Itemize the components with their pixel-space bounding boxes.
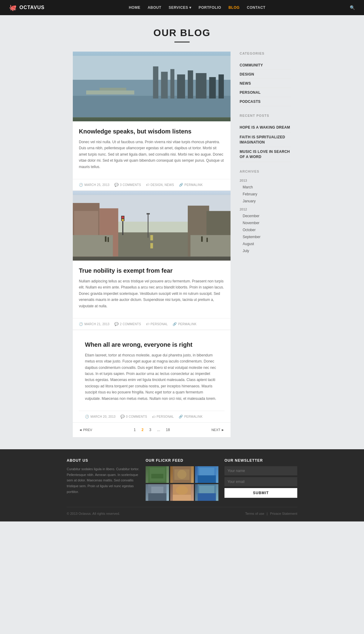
- search-icon[interactable]: 🔍: [350, 5, 355, 10]
- svg-rect-52: [197, 493, 216, 501]
- svg-rect-8: [188, 70, 193, 99]
- post-image-1: [73, 52, 231, 121]
- post-title-1[interactable]: Knowledge speaks, but wisdom listens: [79, 127, 224, 135]
- archive-august[interactable]: August: [240, 240, 291, 247]
- main-container: Knowledge speaks, but wisdom listens Don…: [67, 52, 297, 449]
- next-button[interactable]: NEXT ►: [211, 428, 224, 432]
- post-content-3: When all are wrong, everyone is right Et…: [79, 336, 224, 411]
- post-meta-1: 🕐 MARCH 25, 2013 💬 3 COMMENTS 🏷 DESIGN, …: [73, 179, 231, 191]
- newsletter-submit-button[interactable]: SUBMIT: [224, 488, 297, 498]
- recent-post-1[interactable]: Hope is a waking dream: [240, 123, 291, 133]
- nav-about[interactable]: ABOUT: [148, 5, 161, 10]
- svg-point-50: [176, 486, 188, 495]
- post-tags-1[interactable]: 🏷 DESIGN, NEWS: [146, 183, 174, 187]
- flickr-grid: [146, 466, 218, 501]
- svg-rect-11: [218, 74, 224, 98]
- nav-home[interactable]: HOME: [129, 5, 140, 10]
- terms-link[interactable]: Terms of use: [245, 512, 264, 515]
- archive-november[interactable]: November: [240, 219, 291, 226]
- category-community[interactable]: COMMUNITY: [240, 61, 291, 70]
- page-title: OUR BLOG: [6, 27, 358, 39]
- privacy-link[interactable]: Privace Statement: [270, 512, 297, 515]
- page-ellipsis: ...: [155, 427, 163, 433]
- svg-point-41: [177, 470, 187, 479]
- footer-about-heading: ABOUT US: [67, 458, 140, 463]
- nav-contact[interactable]: CONTACT: [247, 5, 265, 10]
- post-date-2: 🕐 MARCH 21, 2013: [79, 322, 110, 326]
- post-excerpt-2: Nullam adipiscing tellus ac eros tristiq…: [79, 278, 224, 309]
- post-permalink-2[interactable]: 🔗 PERMALINK: [173, 322, 197, 326]
- archive-march[interactable]: March: [240, 184, 291, 191]
- flickr-thumb-5[interactable]: [170, 484, 194, 501]
- pagination: ◄ PREV 1 2 3 ... 18 NEXT ►: [73, 423, 231, 437]
- page-3[interactable]: 3: [147, 427, 154, 433]
- svg-rect-27: [150, 243, 153, 248]
- blog-post-2: True nobility is exempt from fear Nullam…: [73, 191, 231, 330]
- post-meta-2: 🕐 MARCH 21, 2013 💬 2 COMMENTS 🏷 PERSONAL…: [73, 318, 231, 330]
- page-numbers: 1 2 3 ... 18: [131, 427, 172, 433]
- archive-february[interactable]: February: [240, 191, 291, 197]
- post-content-2: True nobility is exempt from fear Nullam…: [73, 261, 231, 318]
- footer-top: ABOUT US Curabitur sodales ligula in lib…: [67, 458, 297, 501]
- svg-rect-49: [173, 495, 191, 501]
- category-design[interactable]: DESIGN: [240, 70, 291, 79]
- archive-july[interactable]: July: [240, 247, 291, 254]
- logo-text: OCTAVUS: [19, 5, 45, 10]
- flickr-thumb-6[interactable]: [195, 484, 218, 501]
- footer-flickr-heading: OUR FLICKR FEED: [146, 458, 218, 463]
- categories-list: COMMUNITY DESIGN NEWS PERSONAL PODCASTS: [240, 61, 291, 106]
- recent-post-3[interactable]: Music is love in search of a word: [240, 147, 291, 162]
- svg-rect-34: [148, 214, 149, 238]
- category-podcasts[interactable]: PODCASTS: [240, 97, 291, 106]
- prev-button[interactable]: ◄ PREV: [79, 428, 92, 432]
- post-comments-3[interactable]: 💬 0 COMMENTS: [120, 415, 147, 419]
- archive-october[interactable]: October: [240, 226, 291, 233]
- blog-posts: Knowledge speaks, but wisdom listens Don…: [73, 52, 231, 437]
- newsletter-email-input[interactable]: [224, 477, 297, 486]
- archives-heading: ARCHIVES: [240, 170, 291, 175]
- page-18[interactable]: 18: [163, 427, 172, 433]
- recent-post-2[interactable]: Faith is spiritualized imagination: [240, 133, 291, 147]
- blog-post-1: Knowledge speaks, but wisdom listens Don…: [73, 52, 231, 191]
- archive-december[interactable]: December: [240, 212, 291, 219]
- svg-rect-47: [151, 487, 163, 493]
- post-meta-3: 🕐 MARCH 20, 2013 💬 0 COMMENTS 🏷 PERSONAL…: [79, 411, 224, 422]
- flickr-thumb-1[interactable]: [146, 466, 169, 483]
- category-news[interactable]: NEWS: [240, 79, 291, 88]
- post-title-3[interactable]: When all are wrong, everyone is right: [85, 341, 218, 349]
- footer-legal-links: Terms of use | Privace Statement: [245, 512, 297, 515]
- flickr-thumb-3[interactable]: [195, 466, 218, 483]
- svg-rect-44: [199, 468, 214, 475]
- title-underline: [174, 42, 190, 42]
- post-excerpt-1: Donec vel nisi nulla. Ut ut faucibus urn…: [79, 139, 224, 170]
- post-comments-2[interactable]: 💬 2 COMMENTS: [114, 322, 141, 326]
- post-permalink-3[interactable]: 🔗 PERMALINK: [179, 415, 203, 419]
- post-permalink-1[interactable]: 🔗 PERMALINK: [179, 183, 203, 187]
- svg-rect-31: [108, 237, 109, 242]
- flickr-thumb-2[interactable]: [170, 466, 194, 483]
- comment-icon-3: 💬: [120, 415, 125, 419]
- page-1[interactable]: 1: [131, 427, 138, 433]
- site-header: 🐙 OCTAVUS HOME ABOUT SERVICES ▾ PORTFOLI…: [0, 0, 364, 15]
- newsletter-name-input[interactable]: [224, 466, 297, 475]
- post-title-2[interactable]: True nobility is exempt from fear: [79, 267, 224, 275]
- post-tags-3[interactable]: 🏷 PERSONAL: [152, 415, 174, 419]
- logo-icon: 🐙: [9, 4, 17, 11]
- nav-services[interactable]: SERVICES ▾: [169, 5, 191, 10]
- svg-rect-32: [201, 236, 203, 242]
- post-comments-1[interactable]: 💬 3 COMMENTS: [114, 183, 141, 187]
- flickr-thumb-4[interactable]: [146, 484, 169, 501]
- post-tags-2[interactable]: 🏷 PERSONAL: [146, 322, 168, 326]
- svg-rect-35: [147, 213, 150, 214]
- logo[interactable]: 🐙 OCTAVUS: [9, 4, 45, 11]
- footer-bottom: © 2013 Octavus. All rights reserved. Ter…: [67, 507, 297, 515]
- svg-rect-6: [170, 69, 174, 99]
- category-personal[interactable]: PERSONAL: [240, 88, 291, 97]
- post-excerpt-3: Etiam laoreet, tortor at rhoncus molesti…: [85, 352, 218, 402]
- nav-blog[interactable]: BLOG: [228, 5, 240, 10]
- svg-rect-33: [207, 238, 208, 242]
- page-2[interactable]: 2: [139, 427, 146, 433]
- nav-portfolio[interactable]: PORTFOLIO: [199, 5, 221, 10]
- archive-september[interactable]: September: [240, 233, 291, 240]
- archive-january[interactable]: January: [240, 197, 291, 204]
